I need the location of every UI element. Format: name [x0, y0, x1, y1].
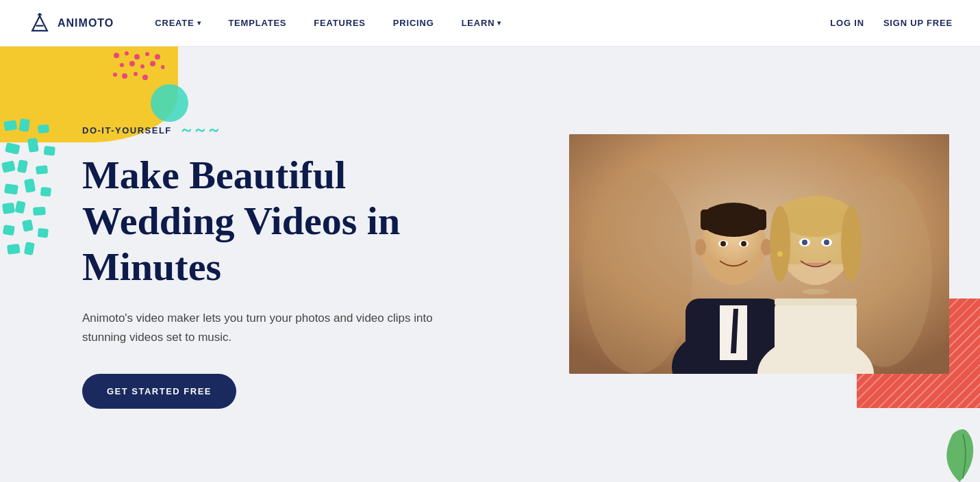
chevron-down-icon: ▾	[197, 19, 201, 27]
svg-point-71	[802, 289, 829, 294]
svg-point-68	[824, 240, 829, 245]
deco-teal-circle	[151, 84, 188, 122]
hero-content: DO-IT-YOURSELF ～～～ Make Beautiful Weddin…	[82, 120, 507, 408]
deco-green-leaf	[939, 427, 980, 482]
nav-links: CREATE ▾ TEMPLATES FEATURES PRICING LEAR…	[141, 18, 830, 28]
svg-rect-24	[44, 146, 55, 156]
svg-rect-34	[3, 225, 15, 236]
svg-point-55	[695, 239, 706, 255]
nav-item-learn[interactable]: LEARN ▾	[448, 18, 516, 28]
nav-right: LOG IN SIGN UP FREE	[830, 18, 953, 28]
svg-point-8	[145, 52, 149, 56]
svg-rect-50	[701, 210, 766, 230]
svg-point-13	[150, 61, 155, 66]
svg-point-6	[125, 51, 129, 55]
signup-link[interactable]: SIGN UP FREE	[883, 18, 953, 28]
chevron-down-icon: ▾	[497, 19, 501, 27]
svg-point-11	[129, 61, 135, 66]
svg-point-5	[114, 53, 119, 58]
svg-point-63	[770, 206, 790, 281]
wedding-photo	[569, 134, 949, 374]
svg-rect-32	[14, 201, 25, 214]
svg-rect-19	[3, 120, 17, 131]
wave-decoration: ～～～	[179, 120, 220, 140]
couple-svg	[569, 134, 949, 374]
svg-rect-28	[4, 183, 18, 195]
logo-text: ANIMOTO	[58, 17, 114, 29]
navbar: ANIMOTO CREATE ▾ TEMPLATES FEATURES PRIC…	[0, 0, 980, 47]
svg-point-18	[142, 75, 148, 80]
logo[interactable]: ANIMOTO	[27, 11, 114, 36]
svg-point-54	[741, 241, 746, 246]
svg-rect-36	[38, 228, 49, 238]
svg-rect-30	[40, 187, 51, 196]
svg-point-12	[140, 64, 145, 68]
hero-image-area	[569, 134, 980, 394]
svg-point-41	[583, 168, 692, 374]
nav-item-create[interactable]: CREATE ▾	[141, 18, 214, 28]
hero-section: DO-IT-YOURSELF ～～～ Make Beautiful Weddin…	[0, 47, 980, 482]
svg-point-64	[841, 206, 862, 281]
svg-rect-33	[33, 207, 46, 216]
svg-point-7	[134, 54, 140, 60]
svg-rect-70	[775, 299, 857, 305]
svg-point-66	[802, 240, 807, 245]
svg-rect-58	[775, 299, 857, 374]
svg-rect-22	[5, 142, 20, 155]
svg-rect-31	[2, 203, 15, 214]
hero-title: Make Beautiful Wedding Videos in Minutes	[82, 153, 507, 290]
nav-item-pricing[interactable]: PRICING	[379, 18, 448, 28]
nav-item-templates[interactable]: TEMPLATES	[214, 18, 300, 28]
deco-teal-chunks	[0, 115, 62, 266]
svg-rect-37	[7, 244, 21, 255]
svg-rect-26	[17, 160, 28, 173]
svg-point-14	[161, 65, 164, 69]
svg-point-15	[113, 73, 117, 77]
svg-rect-20	[18, 118, 29, 132]
svg-rect-25	[1, 160, 16, 173]
wedding-photo-inner	[569, 134, 949, 374]
svg-rect-23	[27, 138, 39, 153]
svg-point-10	[120, 63, 124, 67]
svg-point-52	[720, 241, 726, 246]
svg-rect-27	[36, 165, 48, 175]
svg-point-17	[134, 72, 138, 76]
deco-pink-dots	[110, 50, 164, 91]
svg-point-9	[155, 54, 160, 60]
svg-marker-0	[32, 16, 47, 31]
hero-tag: DO-IT-YOURSELF ～～～	[82, 120, 507, 140]
svg-rect-38	[24, 242, 35, 255]
get-started-button[interactable]: GET STARTED FREE	[82, 374, 236, 409]
svg-rect-35	[22, 219, 34, 231]
svg-point-69	[777, 251, 783, 257]
hero-description: Animoto's video maker lets you turn your…	[82, 309, 438, 346]
animoto-logo-icon	[27, 11, 52, 36]
svg-point-16	[122, 73, 127, 79]
login-link[interactable]: LOG IN	[830, 18, 864, 28]
svg-rect-29	[24, 179, 36, 193]
svg-rect-21	[38, 125, 49, 134]
nav-item-features[interactable]: FEATURES	[300, 18, 379, 28]
